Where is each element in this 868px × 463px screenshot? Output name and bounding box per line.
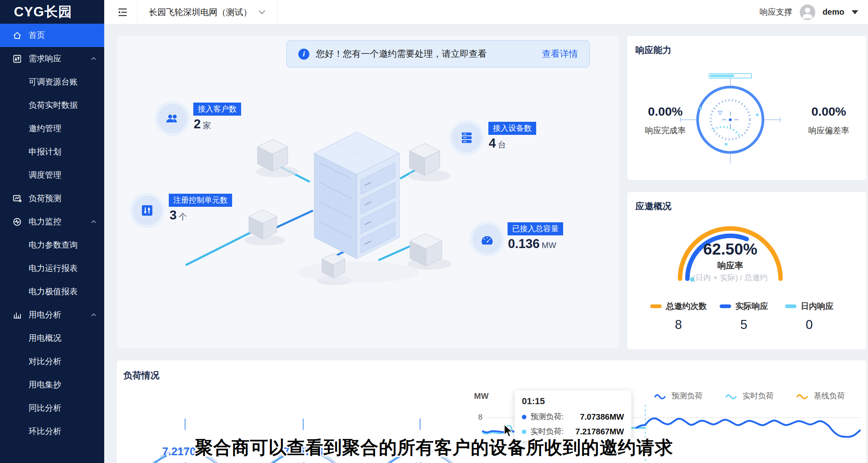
tooltip-row-forecast: 预测负荷: 7.07386MW (522, 412, 624, 422)
video-subtitle: 聚合商可以查看到聚合的所有客户的设备所收到的邀约请求 (0, 436, 868, 460)
sidebar-item-invitation-management[interactable]: 邀约管理 (0, 117, 104, 140)
wave-icon (725, 393, 738, 399)
sidebar-item-label: 邀约管理 (29, 123, 61, 134)
sidebar-nav: 首页 需求响应 可调资源台账 负荷实时数据 邀约管理 申报计划 调度管理 负荷预… (0, 24, 104, 443)
stat-value: 2家 (194, 117, 211, 132)
y-axis-unit: MW (474, 391, 489, 401)
legend-value: 5 (711, 318, 776, 332)
sidebar-item-label: 负荷实时数据 (29, 100, 78, 111)
support-link[interactable]: 响应支撑 (760, 7, 792, 18)
sidebar-item-electricity-overview[interactable]: 用电概况 (0, 327, 104, 350)
stat-label: 注册控制单元数 (169, 194, 232, 207)
deviation-rate-block: 0.00% 响应偏差率 (798, 105, 859, 136)
sidebar: CYG长园 首页 需求响应 可调资源台账 负荷实时数据 邀约管理 申报计划 调度… (0, 0, 104, 463)
series-dot (522, 429, 526, 434)
sidebar-item-adjustable-resources[interactable]: 可调资源台账 (0, 70, 104, 94)
legend-item[interactable]: 实际响应 (711, 301, 776, 312)
sidebar-item-label: 电力运行报表 (29, 263, 78, 274)
response-rate-label: 响应率 (669, 260, 792, 271)
sidebar-item-dispatch-management[interactable]: 调度管理 (0, 163, 104, 187)
sidebar-item-load-forecast[interactable]: 负荷预测 (0, 187, 104, 210)
sidebar-item-home[interactable]: 首页 (0, 24, 104, 47)
sidebar-item-label: 负荷预测 (29, 193, 61, 204)
sidebar-item-label: 用电集抄 (29, 379, 61, 390)
load-chart-legend: 预测负荷 实时负荷 基线负荷 (654, 391, 845, 401)
sidebar-item-label: 电力参数查询 (29, 239, 78, 251)
sidebar-item-meter-reading[interactable]: 用电集抄 (0, 373, 104, 396)
topbar: 长园飞轮深圳电网（测试） 响应支撑 demo (104, 0, 868, 25)
stat-value: 0.136MW (508, 237, 556, 251)
chart-tooltip: 01:15 预测负荷: 7.07386MW 实时负荷: 7.217867MW (515, 390, 631, 441)
legend-label: 预测负荷 (671, 391, 702, 401)
wave-icon (654, 393, 667, 399)
sidebar-group-label: 需求响应 (29, 53, 61, 64)
username[interactable]: demo (823, 7, 844, 17)
legend-label: 总邀约次数 (666, 301, 707, 312)
sidebar-item-label: 申报计划 (29, 146, 61, 157)
sidebar-group-label: 电力监控 (29, 216, 61, 227)
completion-rate-value: 0.00% (635, 105, 696, 119)
sidebar-item-declaration-plan[interactable]: 申报计划 (0, 140, 104, 163)
sidebar-group-power-monitoring[interactable]: 电力监控 (0, 210, 104, 233)
sidebar-item-comparison-analysis[interactable]: 对比分析 (0, 350, 104, 373)
user-avatar[interactable] (800, 4, 815, 20)
org-selector-dropdown[interactable]: 长园飞轮深圳电网（测试） (137, 0, 277, 25)
sidebar-item-realtime-load-data[interactable]: 负荷实时数据 (0, 94, 104, 117)
series-dot (522, 415, 526, 419)
dashboard-page: CYG长园 首页 需求响应 可调资源台账 负荷实时数据 邀约管理 申报计划 调度… (0, 0, 868, 463)
demand-response-icon (12, 54, 22, 64)
legend-label: 实时负荷 (743, 391, 774, 401)
tooltip-label: 预测负荷: (530, 412, 564, 422)
tooltip-value: 7.07386MW (580, 412, 624, 422)
tooltip-value: 7.217867MW (575, 427, 624, 436)
card-title: 响应能力 (635, 44, 671, 56)
legend-item[interactable]: 日内响应 (776, 301, 842, 312)
wave-icon (796, 393, 809, 399)
legend-item[interactable]: 总邀约次数 (646, 301, 711, 312)
control-units-icon (132, 196, 162, 225)
legend-value: 8 (646, 318, 711, 332)
card-title: 应邀概况 (635, 200, 671, 212)
overview-card: i 您好！您有一个邀约需要处理，请立即查看 查看详情 (117, 36, 619, 348)
stat-label: 已接入总容量 (508, 222, 563, 235)
legend-actual-responses: 实际响应 5 (711, 301, 776, 332)
sidebar-item-label: 环比分析 (29, 426, 61, 437)
chevron-up-icon (90, 56, 97, 62)
capacity-icon (472, 224, 502, 254)
main-content: i 您好！您有一个邀约需要处理，请立即查看 查看详情 (104, 25, 868, 463)
legend-swatch (650, 304, 662, 308)
response-rate-value: 62.50% (669, 240, 792, 258)
legend-baseline-load[interactable]: 基线负荷 (796, 391, 845, 401)
stat-label: 接入设备数 (488, 122, 536, 135)
org-selector-value: 长园飞轮深圳电网（测试） (149, 7, 252, 18)
load-forecast-icon (12, 194, 22, 204)
stat-value: 4台 (489, 136, 506, 151)
sidebar-item-label: 同比分析 (29, 403, 61, 414)
legend-realtime-load[interactable]: 实时负荷 (725, 391, 774, 401)
app-logo: CYG长园 (0, 0, 104, 24)
legend-swatch (785, 304, 796, 308)
sidebar-group-label: 用电分析 (29, 309, 61, 320)
customers-icon (158, 104, 187, 133)
sidebar-item-yoy-analysis[interactable]: 同比分析 (0, 396, 104, 420)
sidebar-item-label: 电力极值报表 (29, 286, 78, 297)
sidebar-group-demand-response[interactable]: 需求响应 (0, 47, 104, 70)
topbar-right: 响应支撑 demo (760, 4, 868, 20)
sidebar-group-electricity-analysis[interactable]: 用电分析 (0, 303, 104, 327)
sidebar-item-power-operation-report[interactable]: 电力运行报表 (0, 257, 104, 280)
power-monitoring-icon (12, 217, 22, 227)
legend-intraday-responses: 日内响应 0 (776, 301, 842, 332)
response-capability-card: 响应能力 0.00% 响应完成率 0.00% (627, 36, 866, 180)
user-menu-caret-icon[interactable] (852, 10, 858, 14)
stat-value: 3个 (170, 208, 187, 223)
sidebar-item-power-parameter-query[interactable]: 电力参数查询 (0, 233, 104, 257)
legend-forecast-load[interactable]: 预测负荷 (654, 391, 702, 401)
deviation-rate-label: 响应偏差率 (798, 125, 859, 136)
mouse-cursor (503, 424, 515, 438)
chevron-up-icon (90, 312, 97, 318)
deviation-rate-value: 0.00% (798, 105, 859, 119)
sidebar-item-label: 对比分析 (29, 356, 61, 367)
collapse-sidebar-icon[interactable] (116, 6, 129, 18)
sidebar-item-power-extreme-report[interactable]: 电力极值报表 (0, 280, 104, 303)
legend-total-invitations: 总邀约次数 8 (646, 301, 711, 332)
